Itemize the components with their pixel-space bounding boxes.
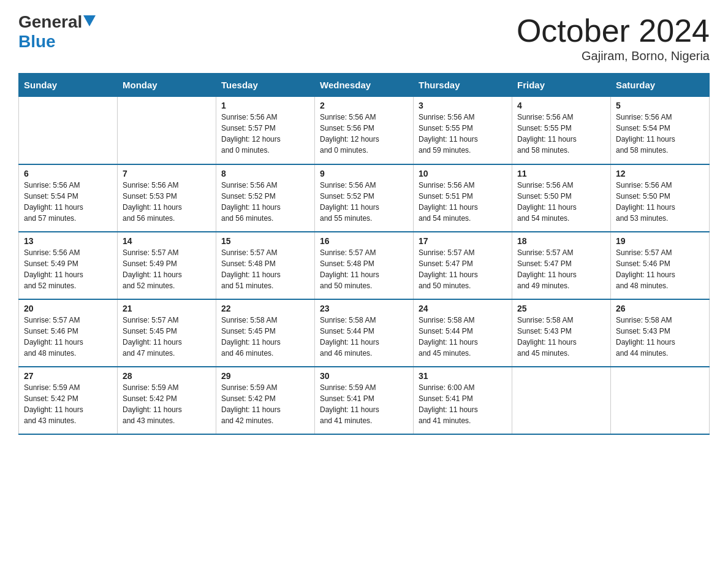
day-info: Sunrise: 5:56 AM Sunset: 5:55 PM Dayligh… bbox=[419, 112, 507, 156]
day-info: Sunrise: 5:56 AM Sunset: 5:56 PM Dayligh… bbox=[320, 112, 408, 156]
day-info: Sunrise: 5:59 AM Sunset: 5:42 PM Dayligh… bbox=[221, 382, 309, 426]
day-info: Sunrise: 5:57 AM Sunset: 5:46 PM Dayligh… bbox=[616, 247, 704, 291]
day-info: Sunrise: 5:56 AM Sunset: 5:57 PM Dayligh… bbox=[221, 112, 309, 156]
day-number: 28 bbox=[123, 371, 211, 381]
calendar-cell: 11Sunrise: 5:56 AM Sunset: 5:50 PM Dayli… bbox=[512, 164, 611, 232]
day-number: 10 bbox=[419, 169, 507, 178]
calendar-cell: 27Sunrise: 5:59 AM Sunset: 5:42 PM Dayli… bbox=[19, 367, 118, 434]
weekday-header-sunday: Sunday bbox=[19, 74, 118, 97]
logo-blue-text: Blue bbox=[18, 32, 56, 52]
day-number: 8 bbox=[221, 169, 309, 178]
calendar-cell: 26Sunrise: 5:58 AM Sunset: 5:43 PM Dayli… bbox=[611, 299, 710, 367]
day-info: Sunrise: 6:00 AM Sunset: 5:41 PM Dayligh… bbox=[419, 382, 507, 426]
calendar-cell: 7Sunrise: 5:56 AM Sunset: 5:53 PM Daylig… bbox=[118, 164, 216, 232]
weekday-header-row: SundayMondayTuesdayWednesdayThursdayFrid… bbox=[19, 74, 710, 97]
day-number: 23 bbox=[320, 304, 408, 313]
calendar-cell: 29Sunrise: 5:59 AM Sunset: 5:42 PM Dayli… bbox=[216, 367, 315, 434]
weekday-header-monday: Monday bbox=[118, 74, 216, 97]
title-area: October 2024 Gajiram, Borno, Nigeria bbox=[517, 12, 710, 63]
day-number: 12 bbox=[616, 169, 704, 178]
day-info: Sunrise: 5:58 AM Sunset: 5:45 PM Dayligh… bbox=[221, 315, 309, 359]
week-row-3: 13Sunrise: 5:56 AM Sunset: 5:49 PM Dayli… bbox=[19, 232, 710, 299]
calendar-cell: 20Sunrise: 5:57 AM Sunset: 5:46 PM Dayli… bbox=[19, 299, 118, 367]
logo-triangle-icon bbox=[83, 15, 96, 26]
calendar-cell: 28Sunrise: 5:59 AM Sunset: 5:42 PM Dayli… bbox=[118, 367, 216, 434]
day-number: 30 bbox=[320, 371, 408, 381]
day-number: 19 bbox=[616, 236, 704, 246]
day-info: Sunrise: 5:59 AM Sunset: 5:42 PM Dayligh… bbox=[24, 382, 112, 426]
day-info: Sunrise: 5:56 AM Sunset: 5:52 PM Dayligh… bbox=[320, 180, 408, 224]
calendar-header: SundayMondayTuesdayWednesdayThursdayFrid… bbox=[19, 74, 710, 97]
page-header: General Blue October 2024 Gajiram, Borno… bbox=[18, 12, 710, 63]
week-row-2: 6Sunrise: 5:56 AM Sunset: 5:54 PM Daylig… bbox=[19, 164, 710, 232]
day-info: Sunrise: 5:57 AM Sunset: 5:48 PM Dayligh… bbox=[221, 247, 309, 291]
calendar-cell: 6Sunrise: 5:56 AM Sunset: 5:54 PM Daylig… bbox=[19, 164, 118, 232]
day-number: 31 bbox=[419, 371, 507, 381]
calendar-cell: 16Sunrise: 5:57 AM Sunset: 5:48 PM Dayli… bbox=[315, 232, 414, 299]
weekday-header-thursday: Thursday bbox=[414, 74, 512, 97]
calendar-table: SundayMondayTuesdayWednesdayThursdayFrid… bbox=[18, 73, 710, 435]
day-info: Sunrise: 5:57 AM Sunset: 5:49 PM Dayligh… bbox=[123, 247, 211, 291]
day-number: 4 bbox=[517, 101, 605, 110]
calendar-cell bbox=[118, 97, 216, 164]
weekday-header-wednesday: Wednesday bbox=[315, 74, 414, 97]
day-number: 11 bbox=[517, 169, 605, 178]
calendar-cell: 1Sunrise: 5:56 AM Sunset: 5:57 PM Daylig… bbox=[216, 97, 315, 164]
calendar-cell: 31Sunrise: 6:00 AM Sunset: 5:41 PM Dayli… bbox=[414, 367, 512, 434]
day-number: 29 bbox=[221, 371, 309, 381]
day-info: Sunrise: 5:58 AM Sunset: 5:44 PM Dayligh… bbox=[419, 315, 507, 359]
day-info: Sunrise: 5:56 AM Sunset: 5:51 PM Dayligh… bbox=[419, 180, 507, 224]
calendar-cell: 3Sunrise: 5:56 AM Sunset: 5:55 PM Daylig… bbox=[414, 97, 512, 164]
day-info: Sunrise: 5:58 AM Sunset: 5:44 PM Dayligh… bbox=[320, 315, 408, 359]
calendar-cell: 10Sunrise: 5:56 AM Sunset: 5:51 PM Dayli… bbox=[414, 164, 512, 232]
week-row-1: 1Sunrise: 5:56 AM Sunset: 5:57 PM Daylig… bbox=[19, 97, 710, 164]
day-number: 1 bbox=[221, 101, 309, 110]
day-info: Sunrise: 5:56 AM Sunset: 5:50 PM Dayligh… bbox=[616, 180, 704, 224]
day-info: Sunrise: 5:57 AM Sunset: 5:48 PM Dayligh… bbox=[320, 247, 408, 291]
logo-text: General bbox=[18, 12, 96, 32]
day-number: 18 bbox=[517, 236, 605, 246]
calendar-cell: 12Sunrise: 5:56 AM Sunset: 5:50 PM Dayli… bbox=[611, 164, 710, 232]
day-number: 7 bbox=[123, 169, 211, 178]
calendar-cell: 22Sunrise: 5:58 AM Sunset: 5:45 PM Dayli… bbox=[216, 299, 315, 367]
calendar-cell: 30Sunrise: 5:59 AM Sunset: 5:41 PM Dayli… bbox=[315, 367, 414, 434]
day-number: 22 bbox=[221, 304, 309, 313]
day-number: 15 bbox=[221, 236, 309, 246]
calendar-cell: 14Sunrise: 5:57 AM Sunset: 5:49 PM Dayli… bbox=[118, 232, 216, 299]
day-info: Sunrise: 5:57 AM Sunset: 5:45 PM Dayligh… bbox=[123, 315, 211, 359]
location-title: Gajiram, Borno, Nigeria bbox=[517, 49, 710, 63]
weekday-header-friday: Friday bbox=[512, 74, 611, 97]
calendar-cell: 9Sunrise: 5:56 AM Sunset: 5:52 PM Daylig… bbox=[315, 164, 414, 232]
day-info: Sunrise: 5:58 AM Sunset: 5:43 PM Dayligh… bbox=[616, 315, 704, 359]
day-number: 27 bbox=[24, 371, 112, 381]
week-row-4: 20Sunrise: 5:57 AM Sunset: 5:46 PM Dayli… bbox=[19, 299, 710, 367]
calendar-cell: 19Sunrise: 5:57 AM Sunset: 5:46 PM Dayli… bbox=[611, 232, 710, 299]
day-info: Sunrise: 5:56 AM Sunset: 5:49 PM Dayligh… bbox=[24, 247, 112, 291]
day-info: Sunrise: 5:56 AM Sunset: 5:55 PM Dayligh… bbox=[517, 112, 605, 156]
day-info: Sunrise: 5:56 AM Sunset: 5:54 PM Dayligh… bbox=[616, 112, 704, 156]
calendar-cell: 15Sunrise: 5:57 AM Sunset: 5:48 PM Dayli… bbox=[216, 232, 315, 299]
week-row-5: 27Sunrise: 5:59 AM Sunset: 5:42 PM Dayli… bbox=[19, 367, 710, 434]
calendar-cell: 13Sunrise: 5:56 AM Sunset: 5:49 PM Dayli… bbox=[19, 232, 118, 299]
calendar-cell bbox=[611, 367, 710, 434]
calendar-cell bbox=[512, 367, 611, 434]
day-info: Sunrise: 5:56 AM Sunset: 5:54 PM Dayligh… bbox=[24, 180, 112, 224]
day-number: 13 bbox=[24, 236, 112, 246]
calendar-cell: 21Sunrise: 5:57 AM Sunset: 5:45 PM Dayli… bbox=[118, 299, 216, 367]
day-number: 24 bbox=[419, 304, 507, 313]
day-number: 6 bbox=[24, 169, 112, 178]
calendar-cell: 2Sunrise: 5:56 AM Sunset: 5:56 PM Daylig… bbox=[315, 97, 414, 164]
day-info: Sunrise: 5:56 AM Sunset: 5:50 PM Dayligh… bbox=[517, 180, 605, 224]
calendar-cell: 18Sunrise: 5:57 AM Sunset: 5:47 PM Dayli… bbox=[512, 232, 611, 299]
calendar-cell: 25Sunrise: 5:58 AM Sunset: 5:43 PM Dayli… bbox=[512, 299, 611, 367]
day-info: Sunrise: 5:57 AM Sunset: 5:47 PM Dayligh… bbox=[517, 247, 605, 291]
calendar-cell: 4Sunrise: 5:56 AM Sunset: 5:55 PM Daylig… bbox=[512, 97, 611, 164]
calendar-cell: 24Sunrise: 5:58 AM Sunset: 5:44 PM Dayli… bbox=[414, 299, 512, 367]
day-number: 9 bbox=[320, 169, 408, 178]
day-info: Sunrise: 5:56 AM Sunset: 5:52 PM Dayligh… bbox=[221, 180, 309, 224]
logo-general: General bbox=[18, 12, 82, 32]
day-number: 21 bbox=[123, 304, 211, 313]
calendar-cell: 23Sunrise: 5:58 AM Sunset: 5:44 PM Dayli… bbox=[315, 299, 414, 367]
month-title: October 2024 bbox=[517, 12, 710, 49]
day-number: 2 bbox=[320, 101, 408, 110]
